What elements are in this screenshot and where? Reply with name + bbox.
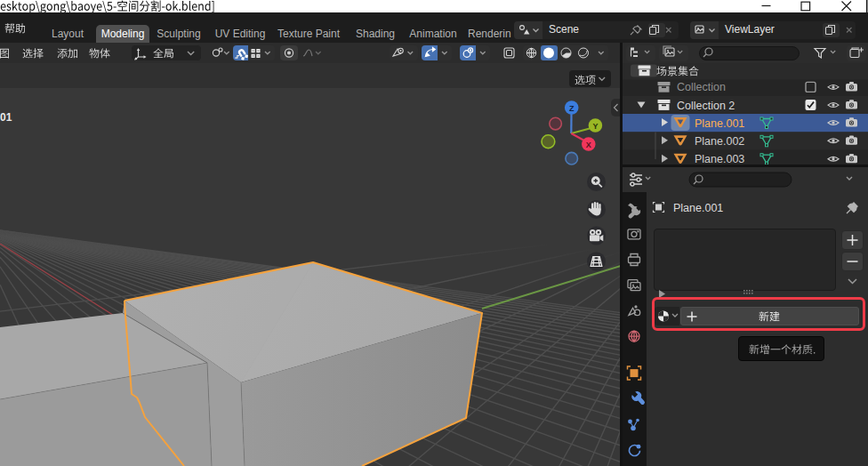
svg-text:Z: Z <box>569 104 575 113</box>
svg-text:X: X <box>586 141 591 149</box>
svg-text:Y: Y <box>592 122 598 131</box>
